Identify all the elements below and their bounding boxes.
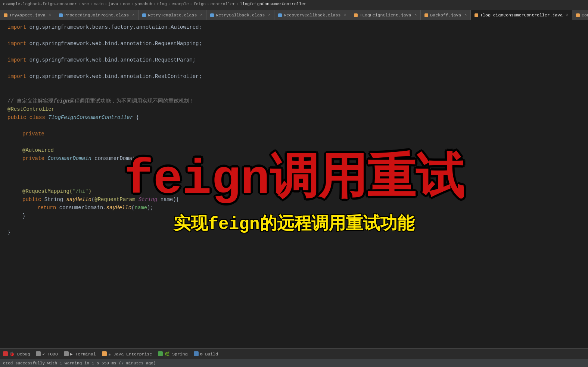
code-line — [0, 81, 588, 89]
toolbar-item-terminal[interactable]: ▶ Terminal — [64, 351, 96, 357]
code-line: } — [0, 212, 588, 220]
tab-label: ConsumerDomain.java — [582, 13, 588, 18]
code-line: private — [0, 130, 588, 138]
code-line — [0, 138, 588, 146]
tab-label: RecoveryCallback.class — [284, 13, 340, 18]
java-file-icon — [354, 13, 358, 17]
breadcrumb-part: main — [94, 2, 103, 6]
class-file-icon — [210, 13, 214, 17]
java-file-icon — [475, 13, 478, 17]
code-line: @Autowired — [0, 146, 588, 154]
toolbar-label-terminal: ▶ Terminal — [70, 351, 96, 357]
code-line: @RequestMapping("/hi") — [0, 187, 588, 195]
class-file-icon — [142, 13, 146, 17]
code-line — [0, 220, 588, 228]
close-icon[interactable]: × — [268, 13, 270, 17]
tab-label: TLogFeignClient.java — [360, 13, 411, 18]
breadcrumb-part: example — [171, 2, 189, 6]
status-bar: eted successfully with 1 warning in 1 s … — [0, 359, 588, 367]
java-file-icon — [424, 13, 428, 17]
debug-icon — [3, 351, 8, 356]
code-line: return consumerDomain.sayHello(name); — [0, 204, 588, 212]
toolbar-item-java-enterprise[interactable]: ☕ Java Enterprise — [102, 351, 152, 357]
toolbar-item-spring[interactable]: 🌿 Spring — [158, 351, 187, 357]
tab-consumerDomain[interactable]: ConsumerDomain.java × — [572, 10, 588, 20]
code-line — [0, 31, 588, 40]
tab-label: RetryTemplate.class — [148, 13, 197, 18]
close-icon[interactable]: × — [566, 13, 568, 17]
breadcrumb-part: controller — [211, 2, 235, 6]
class-file-icon — [278, 13, 282, 17]
tab-label: ProceedingJoinPoint.class — [65, 13, 129, 18]
breadcrumb-bar: example-logback-feign-consumer › src › m… — [0, 0, 588, 8]
close-icon[interactable]: × — [132, 13, 134, 17]
code-line: import org.springframework.beans.factory… — [0, 23, 588, 31]
tab-recoveryCallback[interactable]: RecoveryCallback.class × — [274, 10, 350, 20]
code-line — [0, 179, 588, 187]
status-message: eted successfully with 1 warning in 1 s … — [3, 361, 156, 366]
code-line: } — [0, 228, 588, 236]
code-line: import org.springframework.web.bind.anno… — [0, 40, 588, 48]
breadcrumb-part: example-logback-feign-consumer — [3, 2, 77, 6]
todo-icon — [36, 351, 41, 356]
code-line: private ConsumerDomain consumerDomain; — [0, 154, 588, 163]
tab-tlogFeignConsumerController[interactable]: TlogFeignConsumerController.java × — [471, 10, 572, 20]
spring-icon — [158, 351, 163, 356]
breadcrumb-part: com — [123, 2, 130, 6]
java-file-icon — [576, 13, 580, 17]
java-enterprise-icon — [102, 351, 107, 356]
code-line-comment: // 自定义注解实现feign远程调用重试功能，为不同调用实现不同的重试机制！ — [0, 97, 588, 105]
breadcrumb-part: feign — [193, 2, 206, 6]
toolbar-item-debug[interactable]: 🐞 Debug — [3, 351, 30, 357]
breadcrumb-part: java — [108, 2, 118, 6]
code-line: public String sayHello(@RequestParam Str… — [0, 195, 588, 204]
code-line: @RestController — [0, 105, 588, 113]
breadcrumb-part: src — [82, 2, 89, 6]
code-line — [0, 163, 588, 171]
toolbar-label-spring: 🌿 Spring — [164, 351, 187, 357]
breadcrumb-part: TlogFeignConsumerController — [240, 2, 306, 6]
toolbar-label-debug: 🐞 Debug — [9, 351, 30, 357]
tab-label: RetryCallback.class — [216, 13, 265, 18]
close-icon[interactable]: × — [200, 13, 202, 17]
toolbar-item-build[interactable]: ⚙ Build — [194, 351, 218, 357]
build-icon — [194, 351, 199, 356]
tab-tryAspectJava[interactable]: TryAspect.java × — [0, 10, 55, 20]
code-line: import org.springframework.web.bind.anno… — [0, 56, 588, 64]
close-icon[interactable]: × — [344, 13, 346, 17]
tab-label: TryAspect.java — [9, 13, 46, 18]
java-file-icon — [4, 13, 7, 17]
tabs-bar: TryAspect.java × ProceedingJoinPoint.cla… — [0, 8, 588, 20]
toolbar-label-todo: ✓ TODO — [42, 351, 57, 357]
close-icon[interactable]: × — [414, 13, 417, 17]
code-line — [0, 64, 588, 72]
toolbar-label-java-enterprise: ☕ Java Enterprise — [108, 351, 152, 357]
toolbar-label-build: ⚙ Build — [200, 351, 218, 357]
code-editor: import org.springframework.beans.factory… — [0, 20, 588, 348]
breadcrumb-part: tlog — [157, 2, 167, 6]
code-line — [0, 171, 588, 179]
terminal-icon — [64, 351, 69, 356]
tab-retryTemplate[interactable]: RetryTemplate.class × — [139, 10, 206, 20]
code-line — [0, 89, 588, 97]
class-file-icon — [59, 13, 63, 17]
code-line — [0, 122, 588, 130]
code-line: public class TlogFeignConsumerController… — [0, 113, 588, 122]
tab-label: TlogFeignConsumerController.java — [480, 13, 563, 18]
tab-proceedingJoinPoint[interactable]: ProceedingJoinPoint.class × — [55, 10, 139, 20]
tab-label: Backoff.java — [430, 13, 461, 18]
close-icon[interactable]: × — [464, 13, 467, 17]
tab-retryCallback[interactable]: RetryCallback.class × — [206, 10, 274, 20]
toolbar-item-todo[interactable]: ✓ TODO — [36, 351, 57, 357]
tab-tlogFeignClient[interactable]: TLogFeignClient.java × — [350, 10, 421, 20]
breadcrumb-part: yomahub — [135, 2, 152, 6]
close-icon[interactable]: × — [49, 13, 51, 17]
code-line: import org.springframework.web.bind.anno… — [0, 72, 588, 81]
code-line — [0, 48, 588, 56]
bottom-toolbar: 🐞 Debug ✓ TODO ▶ Terminal ☕ Java Enterpr… — [0, 348, 588, 359]
tab-backoff[interactable]: Backoff.java × — [421, 10, 471, 20]
